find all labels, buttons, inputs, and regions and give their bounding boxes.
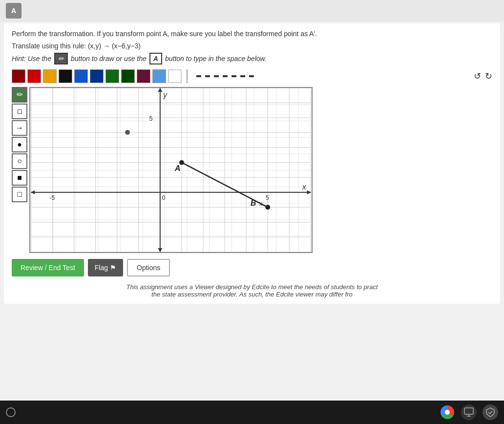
- content-area: Perform the transformation. If you trans…: [4, 23, 500, 304]
- top-bar: A: [0, 0, 504, 21]
- taskbar: [0, 401, 504, 424]
- square-empty-tool[interactable]: □: [12, 187, 27, 202]
- color-dark-blue[interactable]: [90, 69, 104, 83]
- undo-redo-controls: ↺ ↻: [474, 71, 492, 82]
- x-label-5: 5: [266, 194, 269, 201]
- y-axis-label: y: [163, 90, 168, 99]
- monitor-icon[interactable]: [461, 404, 477, 420]
- drawing-area: ✏ ◻ → ● ○ ■ □: [12, 87, 492, 253]
- color-blue[interactable]: [74, 69, 88, 83]
- options-button[interactable]: Options: [127, 259, 170, 276]
- pencil-tool[interactable]: ✏: [12, 87, 27, 103]
- x-axis-label: x: [302, 182, 307, 191]
- svg-rect-1: [31, 88, 311, 252]
- main-container: A Perform the transformation. If you tra…: [0, 0, 504, 424]
- eraser-tool[interactable]: ◻: [12, 104, 27, 119]
- bottom-buttons: Review / End Test Flag ⚑ Options: [12, 259, 492, 276]
- draw-button[interactable]: ✏: [54, 53, 68, 64]
- small-dot: [125, 130, 130, 135]
- x-label-neg5: -5: [49, 194, 55, 201]
- color-red[interactable]: [27, 69, 41, 83]
- graph-svg: x y -5 0 5 5 A: [30, 88, 312, 252]
- undo-button[interactable]: ↺: [474, 71, 481, 82]
- instruction-line1: Perform the transformation. If you trans…: [12, 29, 492, 39]
- color-green[interactable]: [105, 69, 119, 83]
- graph-canvas-container[interactable]: x y -5 0 5 5 A: [29, 87, 313, 253]
- rule-text: Translate using this rule: (x,y) → (x−6,…: [12, 42, 492, 50]
- color-white[interactable]: [168, 69, 182, 83]
- svg-rect-35: [464, 408, 473, 414]
- color-maroon[interactable]: [137, 69, 150, 83]
- toolbar-row: ↺ ↻: [12, 69, 492, 83]
- x-label-0: 0: [162, 194, 165, 201]
- chrome-icon[interactable]: [440, 404, 455, 420]
- left-tools: ✏ ◻ → ● ○ ■ □: [12, 87, 27, 253]
- dot-tool[interactable]: ●: [12, 137, 27, 152]
- taskbar-icons: [440, 404, 498, 420]
- divider: [187, 69, 188, 83]
- color-light-blue[interactable]: [152, 69, 166, 83]
- color-orange[interactable]: [43, 69, 57, 83]
- color-black[interactable]: [59, 69, 72, 83]
- type-button[interactable]: A: [149, 53, 162, 64]
- square-fill-tool[interactable]: ■: [12, 170, 27, 186]
- taskbar-circle[interactable]: [6, 407, 16, 417]
- dashed-line-selector[interactable]: [196, 75, 468, 77]
- flag-button[interactable]: Flag ⚑: [88, 259, 123, 276]
- color-dark-red[interactable]: [12, 69, 25, 83]
- dashed-preview: [196, 75, 255, 77]
- shield-icon[interactable]: [483, 404, 498, 420]
- hint-row: Hint: Use the ✏ button to draw or use th…: [12, 53, 492, 64]
- app-icon: A: [6, 3, 21, 19]
- y-label-5: 5: [149, 115, 153, 122]
- footer-text: This assignment uses a Viewer designed b…: [12, 283, 492, 298]
- redo-button[interactable]: ↻: [485, 71, 492, 82]
- review-end-test-button[interactable]: Review / End Test: [12, 259, 84, 276]
- point-a-label: A: [174, 164, 180, 172]
- color-dark-green[interactable]: [121, 69, 135, 83]
- circle-tool[interactable]: ○: [12, 153, 27, 169]
- arrow-tool[interactable]: →: [12, 120, 27, 136]
